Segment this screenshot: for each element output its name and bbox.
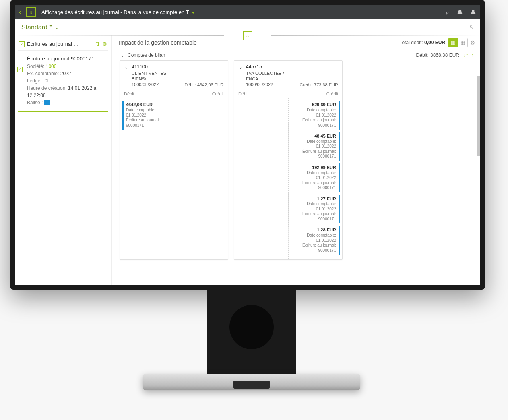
line-date-label: Date comptable:	[293, 139, 336, 144]
account-collapse-icon[interactable]: ⌄	[124, 64, 128, 87]
main-title: Impact de la gestion comptable	[119, 39, 197, 46]
line-date-value: 01.01.2022	[293, 144, 336, 149]
journal-entry-item[interactable]: ✓ Écriture au journal 90000171 Société: …	[18, 51, 108, 112]
fiscal-value: 2022	[60, 71, 71, 76]
bell-icon[interactable]: 🔔︎	[457, 9, 463, 16]
line-ref-value: 90000171	[126, 123, 169, 128]
line-ref-label: Écriture au journal:	[293, 181, 336, 186]
sort-asc-icon[interactable]: ↑	[471, 52, 474, 58]
line-date-value: 01.01.2022	[293, 113, 336, 118]
page-title-text: Affichage des écritures au journal - Dan…	[41, 9, 189, 15]
back-button[interactable]: ‹	[19, 8, 21, 16]
account-side-value: 773,68 EUR	[314, 82, 338, 87]
created-label: Heure de création:	[27, 85, 67, 91]
scrollbar[interactable]	[477, 76, 480, 156]
account-name: TVA COLLECTEE / ENCA	[246, 70, 297, 82]
section-collapse-icon[interactable]: ⌄	[120, 52, 124, 58]
panel-title: Écritures au journal …	[27, 41, 93, 47]
fiscal-label: Ex. comptable:	[27, 71, 59, 76]
account-name: CLIENT VENTES BIENS/	[132, 70, 181, 82]
line-item[interactable]: 4642,06 EURDate comptable:01.01.2022Écri…	[122, 101, 171, 130]
line-item[interactable]: 192,99 EURDate comptable:01.01.2022Écrit…	[291, 163, 340, 192]
view-toggle: ▥ ▦	[448, 38, 468, 47]
share-icon[interactable]: ⇱	[469, 23, 474, 31]
line-ref-label: Écriture au journal:	[293, 118, 336, 123]
line-item[interactable]: 48,45 EURDate comptable:01.01.2022Écritu…	[291, 132, 340, 161]
line-ref-value: 90000171	[293, 217, 336, 222]
logo-icon: ▯	[26, 7, 36, 17]
section-debit-value: 3868,38 EUR	[430, 52, 459, 58]
account-sub: 1000/0L/2022	[132, 82, 181, 87]
main-header: Impact de la gestion comptable Total déb…	[117, 35, 477, 50]
accounts-container: ⌄411100CLIENT VENTES BIENS/1000/0L/2022D…	[117, 60, 477, 260]
line-date-label: Date comptable:	[293, 171, 336, 176]
company-label: Société:	[27, 64, 44, 69]
company-value[interactable]: 1000	[46, 64, 57, 69]
line-date-value: 01.01.2022	[293, 238, 336, 243]
entry-title: Écriture au journal 90000171	[27, 55, 106, 63]
total-debit-value: 0,00 EUR	[424, 40, 445, 45]
card-view-button[interactable]: ▥	[448, 38, 458, 47]
user-icon[interactable]: 👤︎	[470, 9, 476, 16]
credit-column	[174, 98, 228, 138]
line-ref-label: Écriture au journal:	[293, 212, 336, 217]
debit-column: 4642,06 EURDate comptable:01.01.2022Écri…	[120, 98, 174, 138]
line-amount: 529,69 EUR	[293, 102, 336, 108]
debit-column-label: Débit	[238, 91, 249, 96]
account-side-label: Crédit:	[300, 82, 313, 87]
section-header: ⌄ Comptes de bilan Débit: 3868,38 EUR ↓↑…	[117, 50, 477, 60]
credit-column-label: Crédit	[212, 91, 224, 96]
debit-column	[234, 98, 288, 259]
line-amount: 1,27 EUR	[293, 196, 336, 202]
account-number: 411100	[132, 64, 181, 70]
line-ref-value: 90000171	[293, 185, 336, 191]
credit-column-label: Crédit	[326, 91, 338, 96]
entry-checkbox[interactable]: ✓	[17, 67, 23, 72]
panel-header: ✓ Écritures au journal … ⇅ ⚙	[18, 39, 108, 51]
account-side-value: 4642,06 EUR	[197, 82, 224, 87]
flag-color-swatch[interactable]	[44, 100, 50, 105]
account-card: ⌄445715TVA COLLECTEE / ENCA1000/0L/2022C…	[234, 60, 343, 260]
account-side-label: Débit:	[184, 82, 196, 87]
section-label: Comptes de bilan	[128, 52, 165, 58]
total-debit-label: Total débit:	[400, 40, 423, 45]
settings-icon[interactable]: ⚙	[470, 39, 475, 46]
line-amount: 48,45 EUR	[293, 134, 336, 139]
gear-icon[interactable]: ⚙	[102, 41, 107, 47]
line-date-value: 01.01.2022	[126, 113, 169, 118]
sort-icon[interactable]: ⇅	[95, 41, 100, 47]
journal-entries-panel: ✓ Écritures au journal … ⇅ ⚙ ✓ Écriture …	[15, 35, 112, 285]
line-item[interactable]: 529,69 EURDate comptable:01.01.2022Écrit…	[291, 101, 340, 130]
variant-name[interactable]: Standard *	[21, 24, 52, 31]
account-sub: 1000/0L/2022	[246, 82, 297, 87]
table-view-button[interactable]: ▦	[458, 38, 467, 47]
line-ref-value: 90000171	[293, 123, 336, 128]
line-date-label: Date comptable:	[293, 108, 336, 113]
app-bar: ‹ ▯ Affichage des écritures au journal -…	[15, 5, 480, 19]
account-card: ⌄411100CLIENT VENTES BIENS/1000/0L/2022D…	[120, 60, 228, 260]
account-collapse-icon[interactable]: ⌄	[238, 64, 243, 87]
debit-column-label: Débit	[124, 91, 134, 96]
search-icon[interactable]: ⌕	[446, 9, 450, 16]
select-all-checkbox[interactable]: ✓	[19, 41, 25, 47]
ledger-label: Ledger:	[27, 78, 43, 84]
section-debit-label: Débit:	[416, 52, 429, 58]
line-amount: 1,28 EUR	[293, 227, 336, 233]
ledger-value: 0L	[45, 78, 50, 84]
line-date-label: Date comptable:	[126, 108, 169, 113]
line-amount: 192,99 EUR	[293, 165, 336, 171]
line-date-label: Date comptable:	[293, 233, 336, 238]
chevron-down-icon[interactable]: ⌄	[54, 23, 60, 31]
line-item[interactable]: 1,27 EURDate comptable:01.01.2022Écritur…	[291, 195, 340, 224]
account-number: 445715	[246, 64, 297, 70]
title-dropdown-icon[interactable]: ▾	[192, 10, 194, 15]
sort-desc-icon[interactable]: ↓↑	[463, 52, 468, 58]
line-item[interactable]: 1,28 EURDate comptable:01.01.2022Écritur…	[291, 226, 340, 255]
flag-label: Balise :	[27, 100, 43, 105]
page-title: Affichage des écritures au journal - Dan…	[41, 9, 446, 15]
credit-column: 529,69 EURDate comptable:01.01.2022Écrit…	[288, 98, 342, 259]
line-ref-label: Écriture au journal:	[293, 149, 336, 154]
line-date-value: 01.01.2022	[293, 175, 336, 181]
line-ref-value: 90000171	[293, 248, 336, 253]
line-ref-label: Écriture au journal:	[293, 243, 336, 248]
